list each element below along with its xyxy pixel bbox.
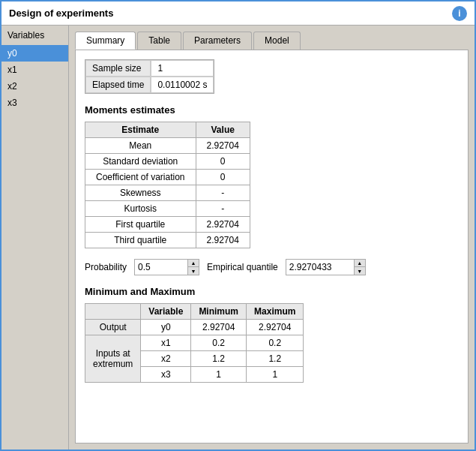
- moments-value: 2.92704: [196, 217, 250, 233]
- minmax-minimum: 0.2: [191, 335, 247, 351]
- sidebar-item-y0[interactable]: y0: [1, 45, 68, 62]
- sidebar-item-x2[interactable]: x2: [1, 78, 68, 95]
- empirical-quantile-spinners: ▲ ▼: [354, 260, 365, 275]
- sidebar-item-x1[interactable]: x1: [1, 62, 68, 78]
- moments-row: Third quartile2.92704: [85, 233, 250, 248]
- title-bar: Design of experiments i: [1, 2, 475, 26]
- tabs: Summary Table Parameters Model: [69, 26, 475, 50]
- probability-spin-up[interactable]: ▲: [188, 260, 199, 267]
- probability-spin-down[interactable]: ▼: [188, 267, 199, 275]
- probability-label: Probability: [85, 262, 127, 272]
- tab-table[interactable]: Table: [137, 32, 181, 50]
- moments-estimate: Coefficient of variation: [85, 170, 196, 185]
- minmax-title: Minimum and Maximum: [85, 286, 459, 297]
- moments-row: Skewness-: [85, 185, 250, 201]
- sample-size-value: 1: [151, 60, 214, 77]
- info-grid: Sample size 1 Elapsed time 0.0110002 s: [85, 59, 214, 94]
- empirical-quantile-spin-up[interactable]: ▲: [355, 260, 365, 267]
- moments-estimate: Skewness: [85, 185, 196, 201]
- moments-estimate: Third quartile: [85, 233, 196, 248]
- moments-value: 0: [196, 154, 250, 170]
- moments-estimate: Mean: [85, 138, 196, 154]
- main-window: Design of experiments i Variables y0 x1 …: [0, 0, 476, 451]
- tab-model[interactable]: Model: [253, 32, 301, 50]
- probability-row: Probability ▲ ▼ Empirical quantile ▲: [85, 259, 459, 275]
- moments-row: Mean2.92704: [85, 138, 250, 154]
- minmax-maximum: 2.92704: [247, 320, 304, 335]
- probability-input[interactable]: [135, 260, 187, 274]
- empirical-quantile-label: Empirical quantile: [207, 262, 278, 272]
- elapsed-time-label: Elapsed time: [85, 77, 151, 93]
- window-title: Design of experiments: [9, 8, 113, 19]
- moments-title: Moments estimates: [85, 104, 459, 116]
- moments-table: Estimate Value Mean2.92704Standard devia…: [85, 122, 250, 248]
- sidebar: Variables y0 x1 x2 x3: [1, 26, 69, 449]
- minmax-minimum: 2.92704: [191, 320, 247, 335]
- moments-value: 2.92704: [196, 233, 250, 248]
- moments-row: Kurtosis-: [85, 201, 250, 217]
- minmax-variable: y0: [141, 320, 191, 335]
- minmax-col-minimum: Minimum: [191, 304, 247, 320]
- minmax-col-maximum: Maximum: [247, 304, 304, 320]
- minmax-minimum: 1: [191, 367, 247, 383]
- minmax-minimum: 1.2: [191, 351, 247, 367]
- sidebar-item-x3[interactable]: x3: [1, 95, 68, 111]
- moments-value: -: [196, 201, 250, 217]
- empirical-quantile-input[interactable]: [286, 260, 354, 274]
- minmax-maximum: 0.2: [247, 335, 304, 351]
- elapsed-time-value: 0.0110002 s: [151, 77, 214, 93]
- moments-col-value: Value: [196, 122, 250, 138]
- content-area: Summary Table Parameters Model Sample si…: [69, 26, 475, 449]
- minmax-maximum: 1: [247, 367, 304, 383]
- sidebar-label: Variables: [1, 26, 68, 45]
- sample-size-label: Sample size: [85, 60, 151, 77]
- minmax-inputs-header: Inputs at extremum: [85, 335, 141, 383]
- probability-input-wrap: ▲ ▼: [134, 259, 199, 275]
- main-area: Variables y0 x1 x2 x3 Summary Table Para…: [1, 26, 475, 449]
- minmax-variable: x3: [141, 367, 191, 383]
- moments-estimate: Kurtosis: [85, 201, 196, 217]
- moments-value: -: [196, 185, 250, 201]
- moments-estimate: First quartile: [85, 217, 196, 233]
- minmax-row: Inputs at extremumx10.20.2: [85, 335, 304, 351]
- info-button[interactable]: i: [452, 6, 467, 21]
- probability-spinners: ▲ ▼: [187, 260, 199, 275]
- moments-row: Coefficient of variation0: [85, 170, 250, 185]
- moments-estimate: Standard deviation: [85, 154, 196, 170]
- tab-content-summary: Sample size 1 Elapsed time 0.0110002 s M…: [75, 50, 469, 443]
- empirical-quantile-spin-down[interactable]: ▼: [355, 267, 365, 275]
- moments-row: First quartile2.92704: [85, 217, 250, 233]
- minmax-table: Variable Minimum Maximum Outputy02.92704…: [85, 303, 304, 383]
- moments-row: Standard deviation0: [85, 154, 250, 170]
- minmax-maximum: 1.2: [247, 351, 304, 367]
- tab-parameters[interactable]: Parameters: [183, 32, 252, 50]
- minmax-row: Outputy02.927042.92704: [85, 320, 304, 335]
- moments-col-estimate: Estimate: [85, 122, 196, 138]
- minmax-col-empty: [85, 304, 141, 320]
- moments-value: 2.92704: [196, 138, 250, 154]
- empirical-quantile-wrap: ▲ ▼: [286, 259, 366, 275]
- tab-summary[interactable]: Summary: [75, 32, 136, 50]
- minmax-col-variable: Variable: [141, 304, 191, 320]
- minmax-variable: x2: [141, 351, 191, 367]
- moments-value: 0: [196, 170, 250, 185]
- minmax-row-header: Output: [85, 320, 141, 335]
- minmax-variable: x1: [141, 335, 191, 351]
